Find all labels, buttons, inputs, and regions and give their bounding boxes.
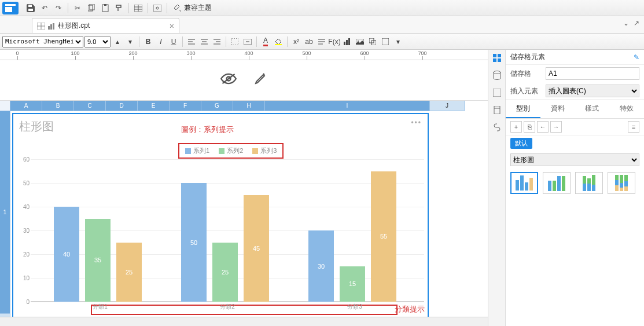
svg-rect-12 [153,5,161,12]
fill-color-icon[interactable] [273,36,284,47]
column-header-G[interactable]: G [201,101,233,111]
insert-group-icon[interactable] [367,36,378,47]
dropdown-icon[interactable]: ▾ [392,36,404,47]
font-size-down-icon[interactable]: ▾ [124,36,136,47]
panel-edit-icon[interactable]: ✎ [634,53,639,61]
copy-chart-icon[interactable]: ⎘ [524,121,535,133]
font-size-select[interactable]: 9.0 [84,36,111,47]
chart-subtype-clustered[interactable] [510,172,538,194]
share-icon[interactable]: ↗ [634,19,639,27]
select-all-corner[interactable] [0,101,10,111]
document-tab[interactable]: 柱形图.cpt × [32,18,179,33]
layout-panel-icon[interactable] [491,87,503,98]
svg-rect-3 [28,9,33,11]
tab-type[interactable]: 型別 [506,100,540,118]
bold-button[interactable]: B [142,36,154,47]
edit-pencil-icon[interactable] [254,71,268,89]
formula-icon[interactable]: F(x) [329,36,340,47]
database-panel-icon[interactable] [491,69,503,81]
insert-image-icon[interactable] [354,36,366,47]
move-right-icon[interactable]: → [550,121,562,133]
column-header-E[interactable]: E [138,101,170,111]
font-size-up-icon[interactable]: ▴ [112,36,123,47]
svg-rect-29 [231,38,238,45]
add-chart-icon[interactable]: + [510,121,522,133]
chart-menu-icon[interactable]: ••• [411,119,422,127]
insert-shape-icon[interactable] [380,36,391,47]
tab-style[interactable]: 樣式 [575,100,610,118]
merge-icon[interactable] [242,36,253,47]
insert-chart-icon[interactable] [341,36,353,47]
table-icon[interactable] [132,2,145,14]
column-headers: ABCDEFGHIJ [10,101,488,111]
column-header-C[interactable]: C [74,101,106,111]
cut-icon[interactable]: ✂ [71,2,84,14]
svg-rect-17 [48,26,50,30]
chart-subtype-grouped[interactable] [543,172,571,194]
chart-subtype-percent[interactable] [608,172,635,194]
condition-panel-icon[interactable] [491,104,503,116]
row-header-2[interactable]: 2 [0,314,10,317]
svg-point-40 [358,41,359,42]
paste-icon[interactable] [99,2,112,14]
superscript-icon[interactable]: x² [290,36,302,47]
horizontal-scrollbar[interactable] [0,317,488,326]
row-header-1[interactable]: 1 [0,111,10,314]
chart-subtype-stacked[interactable] [575,172,603,194]
spreadsheet-grid[interactable]: ABCDEFGHIJ 1 2 柱形图 ••• 圖例：系列提示 系列1系列2系列3… [0,101,488,317]
close-tab-icon[interactable]: × [170,21,174,31]
save-icon[interactable] [24,2,37,14]
chart-plot-area: 0102030405060 403525502545301555 分類1分類2分… [31,159,424,307]
column-header-B[interactable]: B [42,101,74,111]
cell-area[interactable]: 柱形图 ••• 圖例：系列提示 系列1系列2系列3 分類提示 010203040… [10,111,488,317]
align-left-icon[interactable] [186,36,197,47]
panel-title-bar: 儲存格元素 ✎ [506,50,644,65]
column-header-I[interactable]: I [265,101,430,111]
font-color-icon[interactable]: A [260,36,271,47]
settings-icon[interactable]: ≡ [628,121,639,133]
visibility-off-icon[interactable] [220,71,237,89]
embedded-chart[interactable]: 柱形图 ••• 圖例：系列提示 系列1系列2系列3 分類提示 010203040… [12,113,429,317]
redo-icon[interactable]: ↷ [52,2,65,14]
column-header-H[interactable]: H [233,101,265,111]
insert-element-select[interactable]: 插入圖表(C) [546,85,639,97]
svg-rect-2 [28,5,32,7]
column-header-J[interactable]: J [430,101,465,111]
insert-field-label: 插入元素 [510,86,542,96]
panel-title: 儲存格元素 [510,52,545,62]
column-header-D[interactable]: D [106,101,138,111]
grid-panel-icon[interactable] [491,52,503,64]
link-panel-icon[interactable] [491,122,503,133]
theme-button[interactable]: 兼容主题 [170,2,215,14]
format-painter-icon[interactable] [113,2,126,14]
column-header-F[interactable]: F [170,101,201,111]
chart-type-select[interactable]: 柱形圖 [510,153,639,166]
align-center-icon[interactable] [198,36,210,47]
quick-action-strip [0,60,488,101]
minimize-icon[interactable]: ⌄ [623,19,629,27]
subscript-icon[interactable]: ab [303,36,315,47]
column-header-A[interactable]: A [10,101,42,111]
preview-icon[interactable] [151,2,164,14]
chart-legend: 系列1系列2系列3 [178,143,284,159]
italic-button[interactable]: I [155,36,167,47]
font-family-select[interactable]: Microsoft JhengHei [2,36,83,47]
default-tag[interactable]: 默认 [510,138,532,149]
svg-rect-19 [53,23,54,30]
property-tabs: 型別 資料 樣式 特效 [506,100,644,119]
sheet-zone: 0100200300400500600700 ABCDEFGHIJ 1 2 柱形… [0,50,488,326]
move-left-icon[interactable]: ← [537,121,549,133]
cell-reference-input[interactable] [546,67,639,80]
copy-icon[interactable] [85,2,98,14]
svg-rect-37 [346,40,348,45]
grid-icon [37,23,45,30]
underline-button[interactable]: U [168,36,179,47]
border-icon[interactable] [229,36,241,47]
tab-data[interactable]: 資料 [540,100,575,118]
undo-icon[interactable]: ↶ [38,2,51,14]
main-area: 0100200300400500600700 ABCDEFGHIJ 1 2 柱形… [0,50,644,326]
tab-effect[interactable]: 特效 [609,100,644,118]
align-right-icon[interactable] [211,36,223,47]
tab-filename: 柱形图.cpt [58,21,90,31]
wrap-text-icon[interactable] [316,36,327,47]
